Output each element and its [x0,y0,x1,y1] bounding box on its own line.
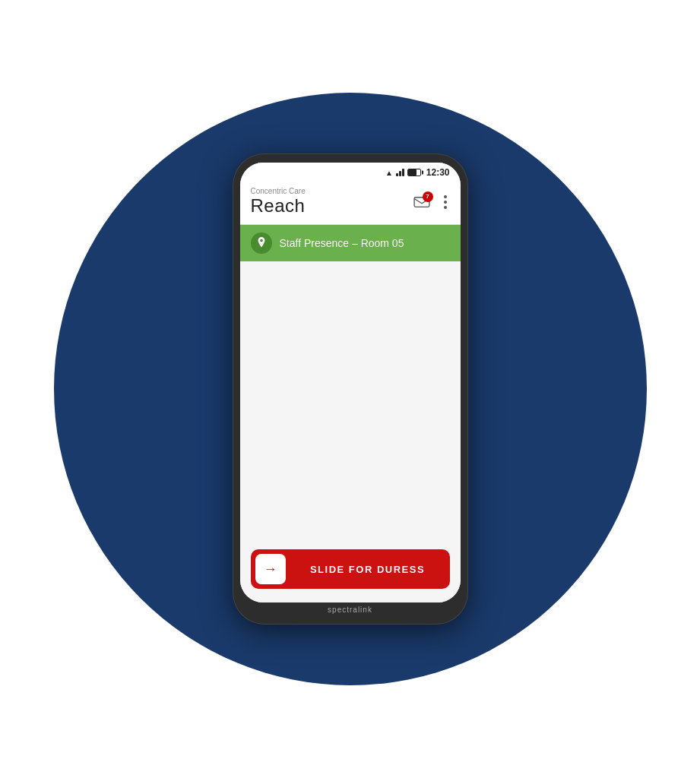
wifi-icon: ▲ [385,169,393,177]
status-time: 12:30 [426,167,450,178]
phone-screen: ▲ 12:30 Concentric Care [240,163,461,602]
app-title: Reach [251,195,306,217]
status-bar: ▲ 12:30 [240,163,461,181]
slide-label: SLIDE FOR DURESS [286,564,450,575]
status-icons: ▲ [385,169,421,177]
signal-icon [396,169,404,176]
slide-arrow-icon: → [264,561,277,577]
phone-device: ▲ 12:30 Concentric Care [233,153,468,625]
phone-wrapper: ▲ 12:30 Concentric Care [233,153,468,625]
more-options-button[interactable] [441,192,450,212]
slide-for-duress-button[interactable]: → SLIDE FOR DURESS [251,549,450,589]
menu-dot-1 [444,195,447,198]
main-content [240,261,461,540]
app-header: Concentric Care Reach 7 [240,181,461,225]
location-pin-icon [256,237,267,249]
app-header-left: Concentric Care Reach [251,187,306,217]
notification-button[interactable]: 7 [410,193,433,211]
presence-bar: Staff Presence – Room 05 [240,225,461,261]
app-subtitle: Concentric Care [251,187,306,195]
app-header-actions: 7 [410,192,450,212]
phone-brand: spectralink [240,602,461,615]
battery-icon [407,169,421,176]
location-icon-circle [251,232,272,254]
notification-badge: 7 [423,191,433,202]
bottom-area: → SLIDE FOR DURESS [240,540,461,602]
slide-arrow-box: → [255,554,286,584]
menu-dot-2 [444,201,447,204]
presence-text: Staff Presence – Room 05 [280,237,404,249]
menu-dot-3 [444,206,447,209]
